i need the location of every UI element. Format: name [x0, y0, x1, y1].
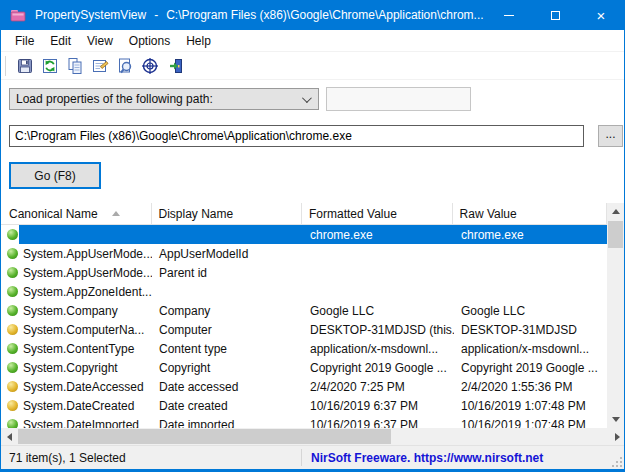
- app-window: PropertySystemView-C:\Program Files (x86…: [0, 0, 625, 472]
- target-icon: [141, 57, 159, 75]
- property-status-icon: [7, 267, 18, 278]
- path-input[interactable]: [9, 125, 584, 147]
- menu-edit[interactable]: Edit: [42, 32, 79, 50]
- vertical-scrollbar-thumb[interactable]: [608, 221, 623, 248]
- go-button[interactable]: Go (F8): [9, 162, 101, 189]
- copy-icon: [66, 57, 84, 75]
- column-header-formatted-value[interactable]: Formatted Value: [302, 203, 453, 224]
- horizontal-scrollbar[interactable]: [1, 428, 625, 445]
- cell-raw-value: 10/16/2019 1:07:48 PM: [454, 418, 609, 429]
- menu-options[interactable]: Options: [121, 32, 178, 50]
- properties-icon: [91, 57, 109, 75]
- cell-canonical-name: System.DateCreated: [19, 399, 152, 413]
- maximize-button[interactable]: [532, 0, 578, 30]
- sort-ascending-icon: [112, 211, 120, 216]
- table-row[interactable]: System.AppUserMode... Parent id: [1, 263, 609, 282]
- cell-formatted-value: 10/16/2019 6:37 PM: [303, 399, 454, 413]
- vertical-scrollbar[interactable]: [607, 203, 624, 428]
- mode-select-value: Load properties of the following path:: [16, 92, 213, 106]
- scroll-up-button[interactable]: [607, 203, 624, 220]
- cell-display-name: Company: [152, 304, 303, 318]
- cell-display-name: AppUserModelId: [152, 247, 303, 261]
- property-status-icon: [7, 343, 18, 354]
- cell-formatted-value: 10/16/2019 6:37 PM: [303, 418, 454, 429]
- target-button[interactable]: [137, 54, 162, 78]
- cell-display-name: Content type: [152, 342, 303, 356]
- table-row[interactable]: System.AppZoneIdent...: [1, 282, 609, 301]
- save-button[interactable]: [12, 54, 37, 78]
- exit-icon: [166, 57, 184, 75]
- table-row[interactable]: System.ContentType Content type applicat…: [1, 339, 609, 358]
- table-row[interactable]: System.Copyright Copyright Copyright 201…: [1, 358, 609, 377]
- cell-formatted-value: 2/4/2020 7:25 PM: [303, 380, 454, 394]
- table-row[interactable]: System.Company Company Google LLC Google…: [1, 301, 609, 320]
- save-icon: [16, 57, 34, 75]
- table-row[interactable]: chrome.exe chrome.exe: [1, 225, 609, 244]
- close-icon: ×: [597, 8, 606, 23]
- menu-help[interactable]: Help: [178, 32, 219, 50]
- cell-formatted-value: Copyright 2019 Google ...: [303, 361, 454, 375]
- property-status-icon: [7, 400, 18, 411]
- menu-file[interactable]: File: [7, 32, 42, 50]
- find-button[interactable]: [112, 54, 137, 78]
- title-bar: PropertySystemView-C:\Program Files (x86…: [1, 0, 624, 30]
- cell-canonical-name: System.AppUserMode...: [19, 266, 152, 280]
- mode-select[interactable]: Load properties of the following path:: [9, 88, 319, 110]
- window-title: PropertySystemView-C:\Program Files (x86…: [35, 8, 484, 22]
- property-status-icon: [7, 229, 18, 240]
- cell-display-name: Parent id: [152, 266, 303, 280]
- refresh-icon: [41, 57, 59, 75]
- item-count-status: 71 item(s), 1 Selected: [1, 451, 126, 465]
- horizontal-scrollbar-thumb[interactable]: [18, 429, 391, 444]
- nirsoft-link[interactable]: NirSoft Freeware. https://www.nirsoft.ne…: [311, 451, 543, 465]
- arrow-left-icon: [7, 433, 12, 441]
- cell-canonical-name: System.DateAccessed: [19, 380, 152, 394]
- property-status-icon: [7, 419, 18, 428]
- column-header-display-name[interactable]: Display Name: [152, 203, 303, 224]
- table-row[interactable]: System.AppUserMode... AppUserModelId: [1, 244, 609, 263]
- cell-raw-value: DESKTOP-31MDJSD: [454, 323, 609, 337]
- table-header: Canonical Name Display Name Formatted Va…: [1, 203, 624, 225]
- arrow-down-icon: [612, 417, 620, 422]
- table-row[interactable]: System.ComputerNa... Computer DESKTOP-31…: [1, 320, 609, 339]
- exit-button[interactable]: [162, 54, 187, 78]
- cell-formatted-value: chrome.exe: [303, 228, 454, 242]
- column-header-raw-value[interactable]: Raw Value: [453, 203, 608, 224]
- properties-table: Canonical Name Display Name Formatted Va…: [1, 203, 624, 445]
- menu-bar: File Edit View Options Help: [1, 30, 624, 52]
- resize-grip[interactable]: [611, 456, 623, 468]
- scroll-left-button[interactable]: [1, 428, 18, 445]
- copy-button[interactable]: [62, 54, 87, 78]
- table-row[interactable]: System.DateCreated Date created 10/16/20…: [1, 396, 609, 415]
- cell-canonical-name: System.Copyright: [19, 361, 152, 375]
- property-status-icon: [7, 286, 18, 297]
- menu-view[interactable]: View: [79, 32, 121, 50]
- cell-raw-value: 10/16/2019 1:07:48 PM: [454, 399, 609, 413]
- column-header-canonical-name[interactable]: Canonical Name: [1, 203, 152, 224]
- cell-raw-value: chrome.exe: [454, 228, 609, 242]
- cell-formatted-value: application/x-msdownl...: [303, 342, 454, 356]
- secondary-input[interactable]: [326, 87, 471, 111]
- property-status-icon: [7, 305, 18, 316]
- table-row[interactable]: System.DateAccessed Date accessed 2/4/20…: [1, 377, 609, 396]
- table-row[interactable]: System.DateImported Date imported 10/16/…: [1, 415, 609, 428]
- scroll-right-button[interactable]: [609, 428, 625, 445]
- maximize-icon: [551, 11, 560, 20]
- cell-canonical-name: System.AppZoneIdent...: [19, 285, 152, 299]
- properties-button[interactable]: [87, 54, 112, 78]
- property-status-icon: [7, 381, 18, 392]
- property-status-icon: [7, 248, 18, 259]
- cell-display-name: Date accessed: [152, 380, 303, 394]
- app-icon: [10, 7, 26, 23]
- scroll-down-button[interactable]: [607, 411, 624, 428]
- cell-canonical-name: System.ContentType: [19, 342, 152, 356]
- cell-canonical-name: System.AppUserMode...: [19, 247, 152, 261]
- minimize-button[interactable]: [486, 0, 532, 30]
- cell-display-name: Copyright: [152, 361, 303, 375]
- refresh-button[interactable]: [37, 54, 62, 78]
- table-body: chrome.exe chrome.exe System.AppUserMode…: [1, 225, 609, 428]
- cell-display-name: Date imported: [152, 418, 303, 429]
- close-button[interactable]: ×: [578, 0, 624, 30]
- browse-button[interactable]: ...: [598, 125, 623, 147]
- cell-raw-value: Google LLC: [454, 304, 609, 318]
